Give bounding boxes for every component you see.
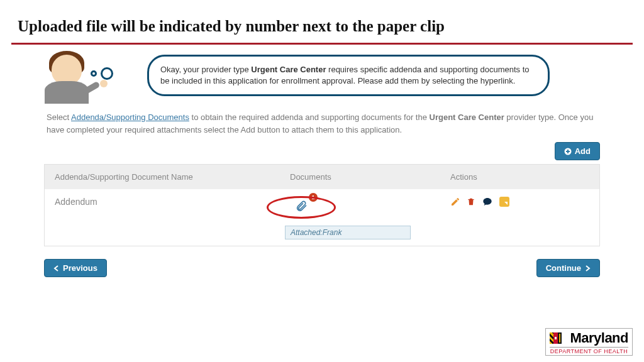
add-button[interactable]: Add <box>555 142 600 160</box>
highlight-ring <box>267 196 336 219</box>
documents-table: Addenda/Supporting Document Name Documen… <box>44 164 600 246</box>
table-row: Addendum 1 Attached:Frank <box>55 197 589 239</box>
edit-icon[interactable] <box>450 197 460 207</box>
instruction-text: Select Addenda/Supporting Documents to o… <box>47 111 597 136</box>
continue-button[interactable]: Continue <box>536 259 600 277</box>
attached-filename: Attached:Frank <box>285 226 411 239</box>
title-underline <box>11 43 633 45</box>
delete-icon[interactable] <box>467 197 475 207</box>
col-header-name: Addenda/Supporting Document Name <box>55 172 290 182</box>
addenda-link[interactable]: Addenda/Supporting Documents <box>71 112 189 122</box>
plus-circle-icon <box>564 148 572 155</box>
thought-bubble-dots <box>91 67 113 80</box>
maryland-health-logo: Maryland DEPARTMENT OF HEALTH <box>545 328 633 356</box>
arrow-left-icon <box>53 265 60 272</box>
comment-icon[interactable] <box>482 197 493 207</box>
arrow-right-icon <box>584 265 591 272</box>
row-name: Addendum <box>55 197 290 207</box>
note-icon[interactable] <box>499 197 509 207</box>
slide-title: Uploaded file will be indicated by numbe… <box>0 0 644 43</box>
previous-button[interactable]: Previous <box>44 259 107 277</box>
assistant-avatar <box>44 55 89 104</box>
attachment-indicator[interactable]: 1 <box>290 197 313 218</box>
col-header-actions: Actions <box>450 172 589 182</box>
speech-bubble: Okay, your provider type Urgent Care Cen… <box>147 55 550 96</box>
col-header-docs: Documents <box>290 172 450 182</box>
